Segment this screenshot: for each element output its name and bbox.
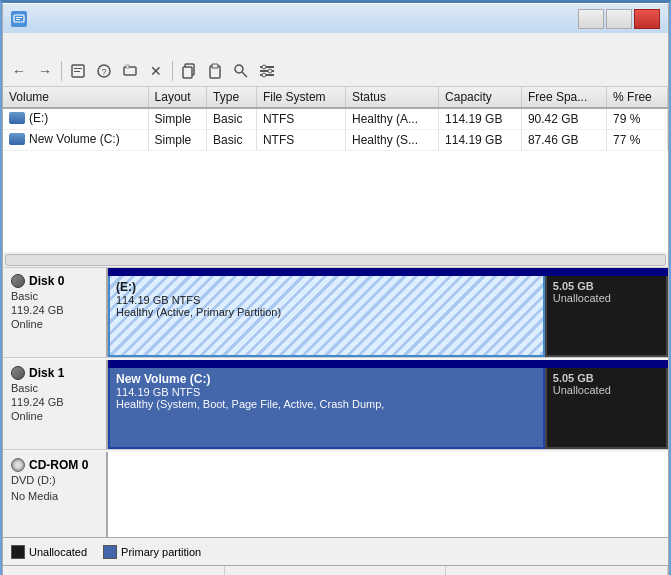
- properties-button[interactable]: [66, 59, 90, 83]
- cell-type: Basic: [207, 108, 257, 130]
- partition-unalloc0[interactable]: 5.05 GB Unallocated: [545, 276, 668, 357]
- col-header-status[interactable]: Status: [346, 87, 439, 108]
- disk-status: Online: [11, 318, 98, 330]
- col-header-filesystem[interactable]: File System: [256, 87, 345, 108]
- disk-name: Disk 1: [11, 366, 98, 380]
- settings-button[interactable]: [255, 59, 279, 83]
- search-button[interactable]: [229, 59, 253, 83]
- toolbar-sep-2: [172, 61, 173, 81]
- disk-parts-row: (E:) 114.19 GB NTFS Healthy (Active, Pri…: [108, 276, 668, 357]
- cell-capacity: 114.19 GB: [439, 130, 522, 151]
- disk-panels-container: Disk 0 Basic 119.24 GB Online (E:) 114.1…: [2, 268, 669, 538]
- disk-partitions-disk1: New Volume (C:) 114.19 GB NTFS Healthy (…: [108, 360, 668, 449]
- paste-button[interactable]: [203, 59, 227, 83]
- svg-text:?: ?: [102, 67, 107, 77]
- cell-volume: (E:): [3, 108, 148, 130]
- app-icon: [11, 11, 27, 27]
- menu-help[interactable]: [61, 42, 77, 46]
- disk-label-disk0: Disk 0 Basic 119.24 GB Online: [3, 268, 108, 357]
- volume-table: Volume Layout Type File System Status Ca…: [3, 87, 668, 151]
- menu-bar: [2, 33, 669, 55]
- col-header-capacity[interactable]: Capacity: [439, 87, 522, 108]
- svg-rect-0: [14, 15, 24, 22]
- scrollbar-track[interactable]: [5, 254, 666, 266]
- cell-freespace: 90.42 GB: [521, 108, 606, 130]
- partition-unalloc1[interactable]: 5.05 GB Unallocated: [545, 368, 668, 449]
- col-header-percentfree[interactable]: % Free: [607, 87, 668, 108]
- status-section-3: [446, 566, 668, 575]
- svg-rect-1: [16, 17, 22, 18]
- drive-icon: [9, 112, 25, 124]
- delete-button[interactable]: ✕: [144, 59, 168, 83]
- legend-label-primary: Primary partition: [121, 546, 201, 558]
- status-section-1: [3, 566, 225, 575]
- window-controls: [578, 9, 660, 29]
- toolbar: ← → ? ✕: [2, 55, 669, 87]
- disk-row-cdrom0: CD-ROM 0 DVD (D:) No Media: [3, 452, 668, 538]
- maximize-button[interactable]: [606, 9, 632, 29]
- table-row[interactable]: New Volume (C:) Simple Basic NTFS Health…: [3, 130, 668, 151]
- horizontal-scrollbar[interactable]: [2, 252, 669, 268]
- menu-file[interactable]: [7, 42, 23, 46]
- col-header-freespace[interactable]: Free Spa...: [521, 87, 606, 108]
- legend-box-unallocated: [11, 545, 25, 559]
- svg-rect-11: [183, 67, 192, 78]
- title-bar: [2, 3, 669, 33]
- menu-action[interactable]: [25, 42, 41, 46]
- cell-status: Healthy (S...: [346, 130, 439, 151]
- disk-partitions-disk0: (E:) 114.19 GB NTFS Healthy (Active, Pri…: [108, 268, 668, 357]
- partition-size: 114.19 GB NTFS: [116, 386, 537, 398]
- disk-type: Basic: [11, 382, 98, 394]
- cell-capacity: 114.19 GB: [439, 108, 522, 130]
- disk-bar: [108, 360, 668, 368]
- close-button[interactable]: [634, 9, 660, 29]
- copy-button[interactable]: [177, 59, 201, 83]
- disk-row-disk1: Disk 1 Basic 119.24 GB Online New Volume…: [3, 360, 668, 450]
- hdd-icon: [11, 366, 25, 380]
- volume-table-container: Volume Layout Type File System Status Ca…: [2, 87, 669, 252]
- disk-label-cdrom0: CD-ROM 0 DVD (D:) No Media: [3, 452, 108, 538]
- svg-line-15: [242, 72, 247, 77]
- cd-icon: [11, 458, 25, 472]
- refresh-button[interactable]: [118, 59, 142, 83]
- col-header-volume[interactable]: Volume: [3, 87, 148, 108]
- disk-name: CD-ROM 0: [11, 458, 98, 472]
- legend-primary: Primary partition: [103, 545, 201, 559]
- disk-type: Basic: [11, 290, 98, 302]
- title-bar-left: [11, 11, 33, 27]
- cell-percentfree: 79 %: [607, 108, 668, 130]
- partition-size: 114.19 GB NTFS: [116, 294, 537, 306]
- cell-layout: Simple: [148, 130, 207, 151]
- menu-view[interactable]: [43, 42, 59, 46]
- disk-partitions-cdrom0: [108, 452, 668, 538]
- forward-button[interactable]: →: [33, 59, 57, 83]
- hdd-icon: [11, 274, 25, 288]
- col-header-layout[interactable]: Layout: [148, 87, 207, 108]
- minimize-button[interactable]: [578, 9, 604, 29]
- back-button[interactable]: ←: [7, 59, 31, 83]
- svg-rect-2: [16, 19, 20, 20]
- partition-c-drive[interactable]: New Volume (C:) 114.19 GB NTFS Healthy (…: [108, 368, 545, 449]
- disk-bar: [108, 268, 668, 276]
- help-button[interactable]: ?: [92, 59, 116, 83]
- cell-percentfree: 77 %: [607, 130, 668, 151]
- table-row[interactable]: (E:) Simple Basic NTFS Healthy (A... 114…: [3, 108, 668, 130]
- cell-freespace: 87.46 GB: [521, 130, 606, 151]
- cell-volume: New Volume (C:): [3, 130, 148, 151]
- svg-rect-13: [212, 64, 218, 68]
- legend-box-primary: [103, 545, 117, 559]
- toolbar-sep-1: [61, 61, 62, 81]
- col-header-type[interactable]: Type: [207, 87, 257, 108]
- cell-layout: Simple: [148, 108, 207, 130]
- svg-rect-5: [74, 71, 80, 72]
- partition-name: 5.05 GB: [553, 280, 660, 292]
- partition-status: Healthy (System, Boot, Page File, Active…: [116, 398, 537, 410]
- partition-e-drive[interactable]: (E:) 114.19 GB NTFS Healthy (Active, Pri…: [108, 276, 545, 357]
- legend-unallocated: Unallocated: [11, 545, 87, 559]
- partition-name: 5.05 GB: [553, 372, 660, 384]
- status-bar: [2, 566, 669, 575]
- partition-label: Unallocated: [553, 292, 660, 304]
- drive-icon: [9, 133, 25, 145]
- cell-status: Healthy (A...: [346, 108, 439, 130]
- disk-row-disk0: Disk 0 Basic 119.24 GB Online (E:) 114.1…: [3, 268, 668, 358]
